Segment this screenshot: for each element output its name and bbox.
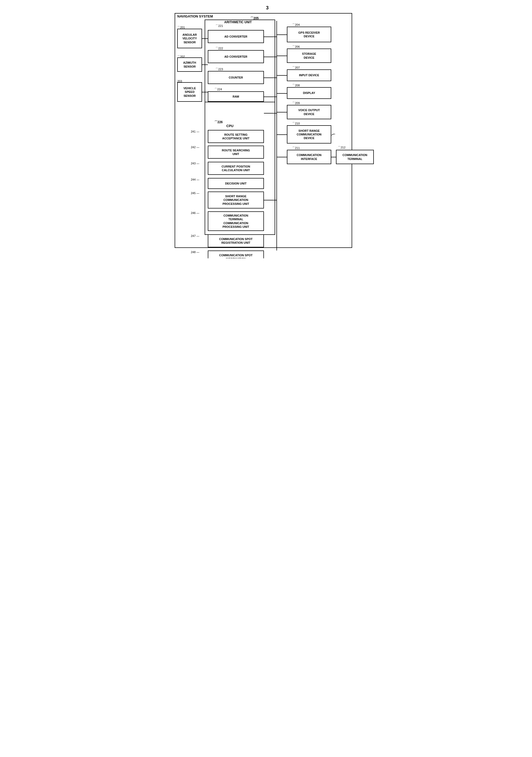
ref-211: ⌒211 — [292, 146, 300, 150]
diagram-container: 3 NAVIGATION SYSTEM ⌒205 ARITHMETIC UNIT… — [174, 5, 358, 253]
comm-terminal-processing-unit: COMMUNICATIONTERMINALCOMMUNICATIONPROCES… — [208, 211, 264, 231]
line-vline-ci — [277, 157, 287, 157]
line-sensor2-adc2 — [202, 64, 208, 65]
counter-223: COUNTER — [208, 71, 264, 84]
ref-246: 246 — — [191, 211, 199, 215]
main-vline — [276, 21, 277, 251]
ref-208: ⌒208 — [292, 83, 300, 87]
line-vline-display — [277, 93, 287, 94]
ref-224: ⌒224 — [214, 87, 222, 91]
arrow-line-comm — [331, 157, 336, 157]
ref-201: ⌒201 — [177, 26, 185, 29]
ref-207: ⌒207 — [292, 66, 300, 70]
ref-221: ⌒221 — [215, 24, 223, 28]
ad-converter-222: AD CONVERTER — [208, 50, 264, 63]
cpu-label: CPU — [226, 124, 234, 128]
arithmetic-label: ARITHMETIC UNIT — [224, 20, 252, 24]
ref-242: 242 — — [191, 146, 199, 149]
line-vline-voice — [277, 112, 287, 112]
ref-222: ⌒222 — [215, 46, 223, 50]
line-cpu-srcp — [264, 200, 277, 200]
line-vline-srcd — [277, 135, 287, 135]
voice-output-device: VOICE OUTPUTDEVICE — [287, 105, 331, 119]
line-ram-right — [264, 97, 277, 97]
line-adc1-right — [264, 37, 277, 37]
figure-number: 3 — [266, 5, 268, 11]
ref-248: 248 — — [191, 251, 199, 254]
nav-system-label: NAVIGATION SYSTEM — [177, 15, 213, 18]
sensor-azimuth: AZIMUTHSENSOR — [177, 57, 202, 72]
line-rom-right — [264, 113, 277, 113]
short-range-comm-device: SHORT RANGECOMMUNICATIONDEVICE — [287, 125, 331, 143]
sensor-vehicle-speed: VEHICLESPEEDSENSOR — [177, 82, 202, 102]
storage-device: STORAGEDEVICE — [287, 48, 331, 63]
ref-223: ⌒223 — [215, 67, 223, 71]
ref-243: 243 — — [191, 162, 199, 165]
sensor-angular-velocity: ANGULARVELOCITYSENSOR — [177, 29, 202, 48]
ad-converter-221: AD CONVERTER — [208, 30, 264, 43]
ram-224: RAM — [208, 91, 264, 102]
comm-terminal: COMMUNICATIONTERMINAL — [336, 150, 374, 164]
ref-247: 247 — — [191, 234, 199, 237]
ref-204: ⌒204 — [292, 23, 300, 27]
display-device: DISPLAY — [287, 87, 331, 99]
line-vline-input — [277, 75, 287, 76]
ref-203-label: 203 — [177, 79, 182, 83]
line-counter-right — [264, 77, 277, 78]
ref-202: ⌒202 — [177, 55, 185, 59]
ref-244: 244 — — [191, 178, 199, 181]
line-sensor3-counter — [202, 92, 208, 92]
comm-interface: COMMUNICATIONINTERFACE — [287, 150, 331, 164]
ref-209: ⌒209 — [292, 101, 300, 105]
comm-spot-info-unit: COMMUNICATION SPOTINFORMATIONACQUISITION… — [208, 251, 264, 258]
line-adc2-right — [264, 57, 277, 57]
current-position-unit: CURRENT POSITIONCALCULATION UNIT — [208, 162, 264, 175]
decision-unit: DECISION UNIT — [208, 178, 264, 189]
comm-spot-registration-unit: COMMUNICATION SPOTREGISTRATION UNIT — [208, 234, 264, 247]
short-range-comm-processing-unit: SHORT RANGECOMMUNICATIONPROCESSING UNIT — [208, 192, 264, 208]
gps-receiver-device: GPS RECEIVERDEVICE — [287, 27, 331, 42]
input-device: INPUT DEVICE — [287, 70, 331, 81]
ref-226: ⌒226 — [214, 120, 223, 125]
route-searching-unit: ROUTE SEARCHINGUNIT — [208, 146, 264, 159]
ref-241: 241 — — [191, 130, 199, 133]
ref-206: ⌒206 — [292, 45, 300, 49]
line-vline-gps — [277, 34, 287, 35]
ref-245: 245 — — [191, 192, 199, 195]
route-setting-unit: ROUTE SETTINGACCEPTANCE UNIT — [208, 130, 264, 143]
line-sensor1-adc1 — [202, 38, 208, 39]
line-vline-storage — [277, 56, 287, 56]
ref-210: ⌒210 — [292, 122, 300, 126]
ref-212: ⌒212 — [338, 146, 345, 150]
